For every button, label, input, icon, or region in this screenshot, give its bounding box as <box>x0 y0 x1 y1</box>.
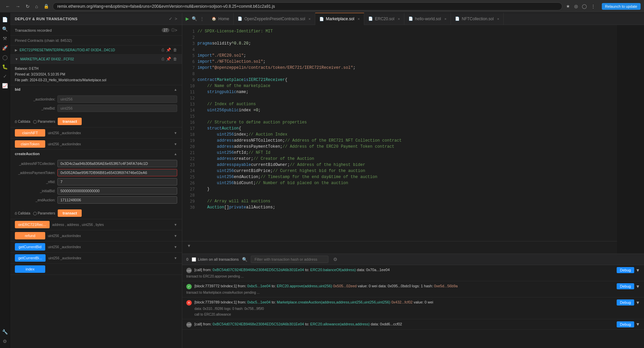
getCurrentBi-chevron[interactable]: ▼ <box>174 256 177 260</box>
sidebar-item-git[interactable]: ⚒ <box>1 34 9 42</box>
sidebar-item-files[interactable]: 📄 <box>1 16 9 24</box>
extensions-icon[interactable]: ◎ <box>573 3 579 10</box>
back-button[interactable]: ← <box>3 3 12 10</box>
browser-navigation[interactable]: ← → ↻ ⌂ <box>3 3 40 10</box>
marketplace-name[interactable]: MARKETPLACE AT 0X432...FCF02 <box>20 57 160 61</box>
sidebar-item-verify[interactable]: ✓ <box>1 72 9 80</box>
listen-checkbox[interactable] <box>192 257 196 262</box>
parameters-button[interactable]: ◯ Parameters <box>33 120 55 123</box>
onERC721Rec-chevron[interactable]: ▼ <box>174 223 177 227</box>
tx-filter-input[interactable] <box>251 256 328 263</box>
onERC721Rec-button[interactable]: onERC721Rec... <box>15 221 50 228</box>
contract-name-erc721[interactable]: ERC721PRESETMINTERPAUSERAUTOID AT 0X3D4.… <box>20 48 160 52</box>
expand-icon[interactable]: > <box>175 16 177 21</box>
split-icon[interactable]: ⋮ <box>200 16 204 21</box>
relaunch-button[interactable]: Relaunch to update <box>602 3 641 10</box>
initial-bid-input[interactable] <box>57 187 177 195</box>
bookmark-icon[interactable]: ★ <box>565 3 571 10</box>
tx-search-button[interactable]: 🔍 <box>242 257 247 262</box>
refund-button[interactable]: refund <box>15 232 45 239</box>
editor-collapse-button[interactable]: ▼ <box>186 242 192 250</box>
createAuction-chevron[interactable]: ▲ <box>174 152 177 156</box>
createAuction-calldata-button[interactable]: ⎙ Calldata <box>15 211 30 215</box>
address-bar[interactable] <box>53 2 562 10</box>
close-hello-icon[interactable]: × <box>445 17 447 21</box>
tab-home[interactable]: 🏠 Home <box>208 13 234 25</box>
transactions-row: Transactions recorded 27 ⓘ > <box>10 25 182 36</box>
expand-button-3[interactable]: ▼ <box>636 300 640 305</box>
home-button[interactable]: ⌂ <box>33 3 40 10</box>
new-bid-input[interactable] <box>57 105 177 112</box>
code-content[interactable]: // SPDX-License-Identifier: MIT pragma s… <box>197 28 617 241</box>
debug-button-3[interactable]: Debug <box>617 299 634 306</box>
tab-hello-world[interactable]: 📄 hello-world.sol × <box>404 13 451 25</box>
sidebar-item-tools[interactable]: 🔧 <box>1 328 9 336</box>
line-7: import "@openzeppelin/contracts/token/ER… <box>197 65 614 71</box>
calldata-button[interactable]: ⎙ Calldata <box>15 120 30 123</box>
nftid-input[interactable] <box>57 178 177 185</box>
marketplace-toggle[interactable]: ▼ <box>15 57 18 61</box>
code-editor[interactable]: 12345 678910 1112131415 1617181920 21222… <box>182 25 617 254</box>
close-erc20-icon[interactable]: × <box>398 17 400 21</box>
bid-header[interactable]: bid ▲ <box>10 85 182 93</box>
close-nft-icon[interactable]: × <box>497 17 499 21</box>
sidebar-item-debug[interactable]: 🐛 <box>1 63 9 71</box>
index-button[interactable]: index <box>15 265 45 273</box>
getCurrentBi-button[interactable]: getCurrentBi... <box>15 254 46 262</box>
transactions-arrow[interactable]: > <box>175 28 177 33</box>
contract-toggle-erc721[interactable]: ▶ <box>15 48 18 52</box>
security-icon[interactable]: 🔒 <box>43 3 50 10</box>
search-icon[interactable]: 🔍 <box>192 16 197 21</box>
tab-erc20[interactable]: 📄 ERC20.sol × <box>364 13 404 25</box>
expand-button-4[interactable]: ▼ <box>636 322 640 327</box>
close-marketplace-icon[interactable]: × <box>358 17 360 21</box>
refund-chevron[interactable]: ▼ <box>174 234 177 238</box>
run-icon[interactable]: ▶ <box>186 16 189 21</box>
settings-icon[interactable]: ⋮ <box>590 3 596 10</box>
auction-index-input[interactable] <box>57 95 177 103</box>
copy-icon-erc721[interactable]: ⎙ <box>162 48 164 52</box>
bid-chevron[interactable]: ▲ <box>174 88 177 91</box>
pin-icon-erc721[interactable]: 📌 <box>166 48 171 52</box>
end-auction-input[interactable] <box>57 196 177 204</box>
createAuction-header[interactable]: createAuction ▲ <box>10 150 182 158</box>
tx-settings-button[interactable]: ⚙ <box>333 257 338 262</box>
addr-nft-input[interactable] <box>57 160 177 167</box>
copy-icon-marketplace[interactable]: ⎙ <box>162 57 164 61</box>
sidebar-item-plugins[interactable]: ◯ <box>1 53 9 61</box>
close-openzeppelin-icon[interactable]: × <box>308 17 311 21</box>
debug-button-1[interactable]: Debug <box>617 267 634 273</box>
claimToken-chevron[interactable]: ▼ <box>174 142 177 146</box>
claimToken-button[interactable]: claimToken <box>15 140 45 148</box>
tab-marketplace[interactable]: 📄 Marketplace.sol × <box>315 13 364 25</box>
profile-icon[interactable]: ◯ <box>581 3 588 10</box>
debug-button-2[interactable]: Debug <box>617 283 634 289</box>
pin-icon-marketplace[interactable]: 📌 <box>166 57 171 61</box>
claimNFT-chevron[interactable]: ▼ <box>174 131 177 135</box>
listen-checkbox-label[interactable]: Listen on all transactions <box>192 257 239 262</box>
getCurrentBid-chevron[interactable]: ▼ <box>174 245 177 249</box>
sidebar-item-analysis[interactable]: 📈 <box>1 82 9 90</box>
claimNFT-button[interactable]: claimNFT <box>15 129 45 137</box>
transact-button[interactable]: transact <box>58 118 82 125</box>
tab-openzeppelin[interactable]: 📄 OpenZeppelinPresetContracts.sol × <box>234 13 315 25</box>
info-icon[interactable]: ⓘ <box>171 28 175 33</box>
reload-button[interactable]: ↻ <box>24 3 32 10</box>
tx-status-1: call <box>186 268 192 273</box>
sidebar-item-settings[interactable]: ⚙ <box>1 337 9 345</box>
expand-button-2[interactable]: ▼ <box>636 284 640 289</box>
debug-button-4[interactable]: Debug <box>617 321 634 327</box>
getCurrentBid-button[interactable]: getCurrentBid <box>15 243 45 251</box>
tab-nft[interactable]: 📄 NFTCollection.sol × <box>451 13 504 25</box>
forward-button[interactable]: → <box>14 3 22 10</box>
addr-payment-input[interactable] <box>57 169 177 176</box>
check-icon[interactable]: ✓ <box>169 16 172 21</box>
createAuction-parameters-button[interactable]: ◯ Parameters <box>33 211 55 215</box>
sidebar-item-deploy[interactable]: 🚀 <box>1 44 9 52</box>
expand-button-1[interactable]: ▼ <box>636 268 640 273</box>
delete-icon-marketplace[interactable]: 🗑 <box>173 57 177 61</box>
delete-icon-erc721[interactable]: 🗑 <box>173 48 177 52</box>
createAuction-transact-button[interactable]: transact <box>58 209 82 217</box>
sidebar-item-search[interactable]: 🔍 <box>1 25 9 33</box>
contract-row-erc721: ▶ ERC721PRESETMINTERPAUSERAUTOID AT 0X3D… <box>10 46 182 55</box>
